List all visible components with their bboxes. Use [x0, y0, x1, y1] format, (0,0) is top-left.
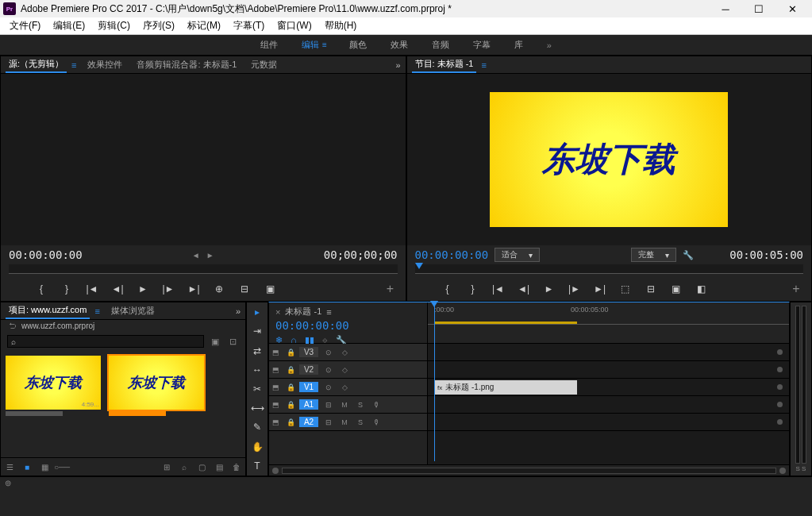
lock-icon[interactable]: 🔒	[287, 418, 294, 426]
extract-icon[interactable]: ⊟	[644, 282, 658, 296]
play-icon[interactable]: ►	[542, 282, 556, 296]
export-frame-icon[interactable]: ▣	[263, 282, 277, 296]
keyframe-dot[interactable]	[777, 349, 783, 355]
hamburger-icon[interactable]: ≡	[322, 40, 325, 49]
track-header-a2[interactable]: ⬒ 🔒 A2 ⊟ M S 🎙	[269, 414, 427, 431]
hand-tool-icon[interactable]: ✋	[249, 441, 265, 453]
new-bin-icon[interactable]: ⊡	[226, 335, 239, 348]
lock-icon[interactable]: 🔒	[287, 348, 294, 356]
workspace-effects[interactable]: 效果	[391, 39, 408, 51]
timeline-ruler[interactable]: :00:00 00:00:05:00	[428, 306, 789, 325]
export-frame-icon[interactable]: ▣	[669, 282, 683, 296]
mark-in-icon[interactable]: {	[34, 282, 48, 296]
keyframe-dot[interactable]	[777, 384, 783, 390]
program-tc-current[interactable]: 00:00:00:00	[415, 248, 489, 261]
track-header-v3[interactable]: ⬒ 🔒 V3 ⊙ ◇	[269, 344, 427, 361]
menu-window[interactable]: 窗口(W)	[271, 17, 317, 34]
source-ruler[interactable]	[9, 264, 398, 274]
track-name[interactable]: V1	[299, 382, 318, 392]
audio-meter-left[interactable]	[795, 306, 800, 464]
record-icon[interactable]: 🎙	[371, 401, 382, 409]
sequence-title[interactable]: 未标题 -1	[285, 306, 321, 318]
new-item-icon[interactable]: ▤	[214, 461, 225, 472]
tab-media-browser[interactable]: 媒体浏览器	[108, 303, 158, 318]
panel-menu-icon[interactable]: ≡	[94, 306, 99, 316]
track-toggle-icon[interactable]: ⬒	[272, 348, 282, 356]
menu-file[interactable]: 文件(F)	[3, 17, 47, 34]
mark-out-icon[interactable]: }	[60, 282, 74, 296]
lock-icon[interactable]: 🔒	[287, 383, 294, 391]
project-overflow[interactable]: »	[236, 306, 241, 316]
panel-menu-icon[interactable]: ≡	[326, 307, 331, 317]
auto-seq-icon[interactable]: ⊞	[161, 461, 172, 472]
new-bin-icon[interactable]: ▢	[196, 461, 207, 472]
trash-icon[interactable]: 🗑	[231, 461, 242, 472]
type-tool-icon[interactable]: T	[249, 460, 265, 472]
timeline-tc[interactable]: 00:00:00:00	[275, 319, 421, 332]
tab-project[interactable]: 项目: www.uzzf.com	[6, 302, 90, 319]
workspace-captions[interactable]: 字幕	[473, 39, 491, 51]
panel-menu-icon[interactable]: ≡	[71, 60, 76, 70]
rolling-tool-icon[interactable]: ↔	[249, 364, 265, 376]
tab-source[interactable]: 源:（无剪辑）	[6, 56, 67, 73]
minimize-button[interactable]: ─	[709, 0, 742, 17]
slip-tool-icon[interactable]: ⟷	[249, 402, 265, 414]
tab-metadata[interactable]: 元数据	[248, 57, 280, 72]
list-view-icon[interactable]: ☰	[4, 461, 15, 472]
source-tc-out[interactable]: 00;00;00;00	[324, 248, 398, 261]
track-header-v1[interactable]: ⬒ 🔒 V1 ⊙ ◇	[269, 379, 427, 396]
pen-tool-icon[interactable]: ✎	[249, 421, 265, 433]
mark-in-icon[interactable]: {	[441, 282, 455, 296]
go-in-icon[interactable]: |◄	[491, 282, 506, 296]
work-area-bar[interactable]	[434, 322, 577, 324]
compare-icon[interactable]: ◧	[695, 282, 709, 296]
wrench-icon[interactable]: 🔧	[683, 250, 694, 260]
track-name[interactable]: V2	[299, 364, 318, 375]
button-editor-icon[interactable]: +	[383, 282, 398, 296]
search-input[interactable]: ⌕	[7, 335, 204, 348]
track-lane-a1[interactable]	[428, 396, 789, 414]
menu-marker[interactable]: 标记(M)	[181, 17, 227, 34]
track-name[interactable]: V3	[299, 347, 318, 357]
keyframe-dot[interactable]	[777, 367, 783, 372]
close-button[interactable]: ✕	[775, 0, 809, 17]
mark-out-icon[interactable]: }	[466, 282, 480, 296]
scroll-bar[interactable]	[282, 468, 776, 474]
step-back-icon[interactable]: ◄|	[110, 282, 125, 296]
insert-icon[interactable]: ⊕	[212, 282, 226, 296]
maximize-button[interactable]: ☐	[742, 0, 775, 17]
audio-meter-right[interactable]	[802, 306, 806, 464]
track-lane-v1[interactable]: fx未标题 -1.png	[428, 379, 789, 396]
source-monitor[interactable]	[1, 74, 406, 245]
scroll-handle-right[interactable]	[779, 468, 786, 474]
menu-edit[interactable]: 编辑(E)	[47, 17, 91, 34]
go-in-icon[interactable]: |◄	[85, 282, 99, 296]
menu-clip[interactable]: 剪辑(C)	[91, 17, 137, 34]
audio-icon[interactable]: ⊟	[323, 401, 334, 409]
find-icon[interactable]: ⌕	[179, 461, 190, 472]
button-editor-icon[interactable]: +	[789, 282, 803, 296]
zoom-select[interactable]: 适合▾	[495, 248, 540, 262]
program-tc-duration[interactable]: 00:00:05:00	[729, 248, 803, 261]
timeline-playhead[interactable]	[434, 302, 435, 461]
eye-icon[interactable]: ⊙	[323, 348, 334, 356]
lock-icon[interactable]: 🔒	[287, 401, 294, 409]
output-icon[interactable]: ◇	[339, 366, 350, 374]
close-sequence-icon[interactable]: ×	[275, 307, 280, 317]
menu-sequence[interactable]: 序列(S)	[137, 17, 181, 34]
quality-select[interactable]: 完整▾	[631, 248, 676, 262]
solo-button[interactable]: S	[355, 418, 366, 426]
ripple-tool-icon[interactable]: ⇄	[249, 344, 265, 356]
lift-icon[interactable]: ⬚	[618, 282, 633, 296]
track-content[interactable]: fx未标题 -1.png	[428, 344, 789, 464]
filter-icon[interactable]: ▣	[209, 335, 221, 348]
thumbnail-view-icon[interactable]: ■	[21, 461, 33, 472]
timeline-clip[interactable]: fx未标题 -1.png	[434, 380, 577, 395]
workspace-editing[interactable]: 编辑≡	[302, 39, 325, 51]
track-header-a1[interactable]: ⬒ 🔒 A1 ⊟ M S 🎙	[269, 396, 427, 414]
folder-back-icon[interactable]: ⮌	[9, 322, 17, 330]
sync-icon[interactable]: ⊚	[5, 479, 11, 487]
go-out-icon[interactable]: ►|	[593, 282, 607, 296]
audio-icon[interactable]: ⊟	[323, 418, 334, 426]
menu-help[interactable]: 帮助(H)	[318, 17, 364, 34]
